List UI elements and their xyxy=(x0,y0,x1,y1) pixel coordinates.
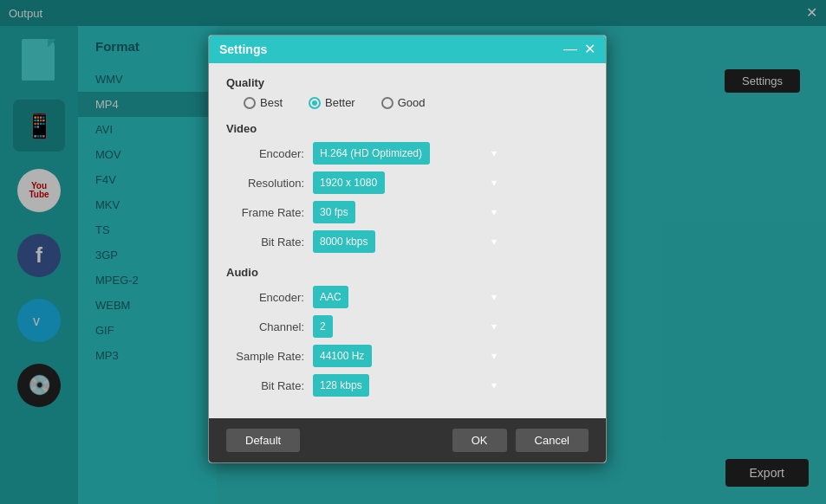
dialog-close-btn[interactable]: ✕ xyxy=(584,42,595,56)
quality-good-label: Good xyxy=(398,96,426,109)
quality-section: Quality Best Better Good xyxy=(226,76,589,109)
quality-good[interactable]: Good xyxy=(381,96,426,109)
audio-channel-label: Channel: xyxy=(226,320,313,333)
video-encoder-row: Encoder: H.264 (HD Optimized) xyxy=(226,142,589,165)
audio-samplerate-row: Sample Rate: 44100 Hz xyxy=(226,345,589,367)
dialog-body: Quality Best Better Good xyxy=(209,63,606,418)
video-resolution-select[interactable]: 1920 x 1080 xyxy=(313,171,385,194)
quality-row: Best Better Good xyxy=(226,96,589,109)
dialog-footer: Default OK Cancel xyxy=(209,418,606,462)
radio-good xyxy=(381,97,393,109)
cancel-button[interactable]: Cancel xyxy=(516,429,589,452)
audio-label: Audio xyxy=(226,266,589,279)
quality-best[interactable]: Best xyxy=(244,96,283,109)
dialog-minimize-btn[interactable]: — xyxy=(563,42,577,56)
quality-better[interactable]: Better xyxy=(309,96,355,109)
output-window: Output ✕ 📱 YouTube f xyxy=(0,0,826,504)
video-encoder-wrapper: H.264 (HD Optimized) xyxy=(313,142,504,165)
radio-best xyxy=(244,97,256,109)
video-encoder-label: Encoder: xyxy=(226,147,313,160)
audio-samplerate-label: Sample Rate: xyxy=(226,350,313,363)
quality-best-label: Best xyxy=(260,96,283,109)
video-bitrate-row: Bit Rate: 8000 kbps xyxy=(226,230,589,253)
video-bitrate-label: Bit Rate: xyxy=(226,236,313,249)
audio-bitrate-row: Bit Rate: 128 kbps xyxy=(226,374,589,397)
video-bitrate-select[interactable]: 8000 kbps xyxy=(313,230,375,253)
default-button[interactable]: Default xyxy=(226,429,300,452)
ok-button[interactable]: OK xyxy=(452,429,507,452)
audio-channel-row: Channel: 2 xyxy=(226,315,589,338)
video-bitrate-wrapper: 8000 kbps xyxy=(313,230,504,253)
audio-bitrate-select[interactable]: 128 kbps xyxy=(313,374,369,397)
video-framerate-label: Frame Rate: xyxy=(226,206,313,219)
quality-label: Quality xyxy=(226,76,589,89)
video-framerate-row: Frame Rate: 30 fps xyxy=(226,201,589,223)
footer-right-buttons: OK Cancel xyxy=(452,429,589,452)
video-framerate-select[interactable]: 30 fps xyxy=(313,201,355,223)
video-section: Video Encoder: H.264 (HD Optimized) Reso… xyxy=(226,122,589,253)
video-resolution-wrapper: 1920 x 1080 xyxy=(313,171,504,194)
video-resolution-row: Resolution: 1920 x 1080 xyxy=(226,171,589,194)
audio-encoder-select[interactable]: AAC xyxy=(313,286,348,308)
audio-encoder-row: Encoder: AAC xyxy=(226,286,589,308)
audio-channel-select[interactable]: 2 xyxy=(313,315,333,338)
audio-bitrate-wrapper: 128 kbps xyxy=(313,374,504,397)
audio-samplerate-select[interactable]: 44100 Hz xyxy=(313,345,372,367)
audio-encoder-label: Encoder: xyxy=(226,291,313,304)
audio-encoder-wrapper: AAC xyxy=(313,286,504,308)
audio-bitrate-label: Bit Rate: xyxy=(226,379,313,392)
audio-section: Audio Encoder: AAC Channel: 2 xyxy=(226,266,589,397)
quality-better-label: Better xyxy=(325,96,355,109)
dialog-controls: — ✕ xyxy=(563,42,595,56)
video-framerate-wrapper: 30 fps xyxy=(313,201,504,223)
video-encoder-select[interactable]: H.264 (HD Optimized) xyxy=(313,142,430,165)
video-label: Video xyxy=(226,122,589,135)
radio-better xyxy=(309,97,321,109)
dialog-title-bar: Settings — ✕ xyxy=(209,36,606,63)
audio-samplerate-wrapper: 44100 Hz xyxy=(313,345,504,367)
dialog-title: Settings xyxy=(219,42,267,56)
video-resolution-label: Resolution: xyxy=(226,177,313,190)
settings-dialog: Settings — ✕ Quality Best Better xyxy=(208,35,607,463)
audio-channel-wrapper: 2 xyxy=(313,315,504,338)
